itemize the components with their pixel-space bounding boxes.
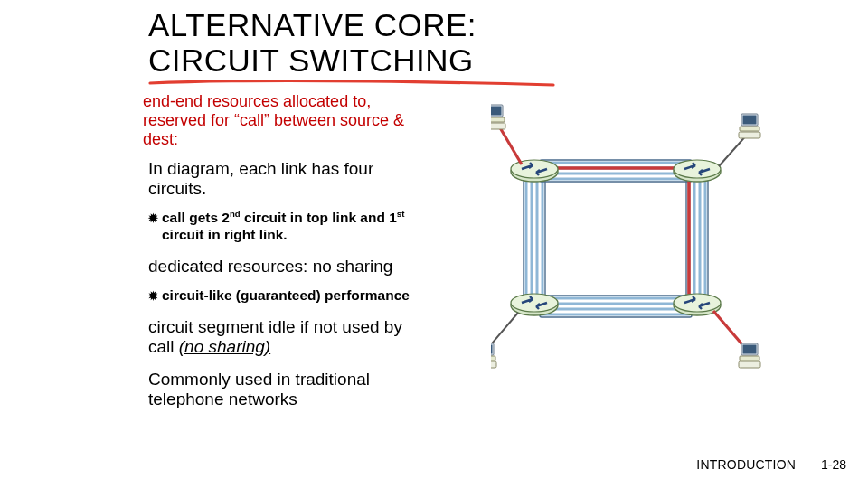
bullet-icon: ✹ [148,211,158,226]
sub1-c: circuit in right link. [162,227,288,242]
network-diagram [491,85,762,374]
sub-point-2: ✹ circuit-like (guaranteed) performance [148,287,420,305]
computer-icon [739,343,760,368]
computer-icon [739,114,760,138]
router-icon [511,160,558,182]
footer-page-number: 1-28 [821,457,846,472]
svg-line-29 [713,311,746,349]
title-line-2: CIRCUIT SWITCHING [148,42,476,78]
bullet-icon: ✹ [148,289,158,304]
sub2-text: circuit-like (guaranteed) performance [162,287,410,303]
sub1-b: circuit in top link and 1 [241,210,397,225]
body-content: In diagram, each link has four circuits.… [148,159,420,420]
svg-line-28 [498,125,522,164]
router-icon [674,160,721,182]
point-3: circuit segment idle if not used by call… [148,317,420,357]
slide-title: ALTERNATIVE CORE: CIRCUIT SWITCHING [148,7,476,78]
sup-st: st [397,209,405,219]
computer-icon [491,343,496,368]
computer-icon [491,105,505,129]
point-2: dedicated resources: no sharing [148,257,420,277]
svg-line-31 [491,313,518,349]
router-icon [511,294,558,315]
footer-section: INTRODUCTION [696,457,796,472]
lead-paragraph: end-end resources allocated to, reserved… [143,92,405,150]
point-1: In diagram, each link has four circuits. [148,159,420,199]
title-line-1: ALTERNATIVE CORE: [148,7,476,42]
sub1-a: call gets 2 [162,210,230,225]
point-4: Commonly used in traditional telephone n… [148,370,420,409]
slide-footer: INTRODUCTION 1-28 [696,457,846,472]
p3-ital: (no sharing) [179,337,270,356]
sup-nd: nd [230,209,241,219]
sub-point-1: ✹ call gets 2nd circuit in top link and … [148,210,420,244]
